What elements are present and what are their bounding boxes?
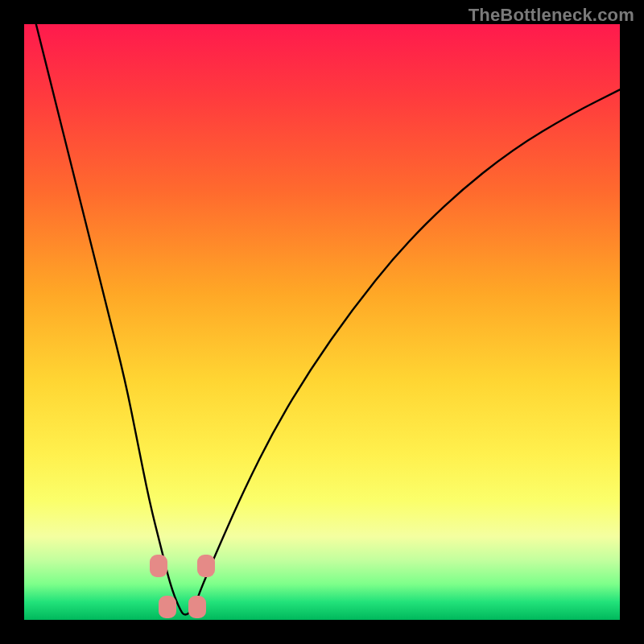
watermark-text: TheBottleneck.com (469, 5, 634, 26)
bottleneck-curve (36, 24, 620, 615)
data-marker (159, 596, 176, 618)
data-marker (197, 555, 215, 577)
plot-area (24, 24, 620, 620)
data-marker (150, 555, 167, 577)
curve-svg (24, 24, 620, 620)
chart-frame: TheBottleneck.com (0, 0, 644, 644)
data-marker (188, 596, 206, 618)
